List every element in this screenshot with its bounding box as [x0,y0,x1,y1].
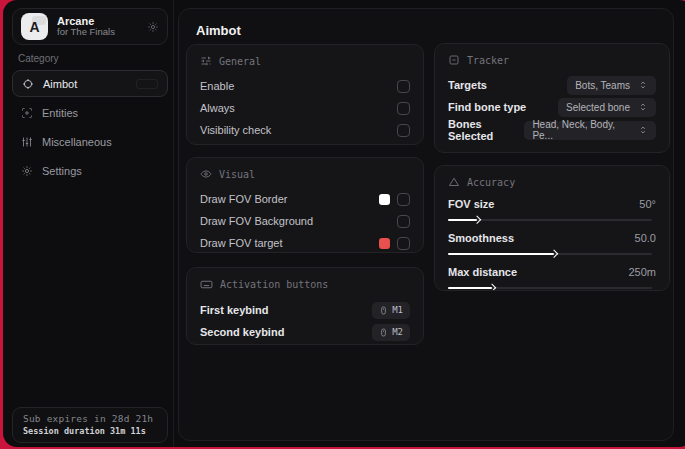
app-root: A Arcane for The Finals Category Aimbot [0,0,685,449]
slider-handle[interactable] [473,216,481,224]
slider-handle[interactable] [550,250,558,258]
sidebar-item-label: Entities [42,107,78,119]
first-keybind-value: M1 [392,305,403,315]
chevrons-up-down-icon [638,80,648,90]
general-card-title: General [219,56,261,67]
smoothness-value: 50.0 [635,232,656,244]
draw-fov-target-label: Draw FOV target [200,237,283,249]
draw-fov-target-row: Draw FOV target [200,232,410,253]
second-keybind-value: M2 [392,327,403,337]
sidebar-item-aimbot[interactable]: Aimbot [12,70,168,97]
sub-expiry-text: Sub expires in 28d 21h [23,413,157,424]
find-bone-type-select[interactable]: Selected bone [558,98,656,117]
slider-handle[interactable] [487,284,495,291]
general-card: General Enable Always Visibility check [186,44,424,145]
aimbot-hotkey-ghost [136,79,158,89]
tracker-card-header: Tracker [448,54,656,66]
gear-icon[interactable] [147,21,159,33]
targets-select[interactable]: Bots, Teams [567,76,656,95]
subscription-card: Sub expires in 28d 21h Session duration … [12,407,168,443]
logo-letter: A [29,19,39,35]
first-keybind-label: First keybind [200,304,268,316]
logo-card: A Arcane for The Finals [12,8,168,45]
fov-border-color-swatch[interactable] [379,194,390,205]
second-keybind-button[interactable]: M2 [372,324,410,341]
enable-row: Enable [200,75,410,97]
first-keybind-button[interactable]: M1 [372,302,410,319]
fov-size-value: 50° [639,198,656,210]
max-distance-label: Max distance [448,266,517,278]
max-distance-slider[interactable] [448,282,656,291]
sidebar-item-entities[interactable]: Entities [12,99,168,126]
chevrons-up-down-icon [638,125,648,135]
fov-size-row: FOV size 50° [448,196,656,226]
targets-label: Targets [448,79,487,91]
session-duration-text: Session duration 31m 11s [23,426,157,436]
always-checkbox[interactable] [397,102,410,115]
bones-selected-label: Bones Selected [448,118,524,142]
visual-card: Visual Draw FOV Border Draw FOV Backgrou… [186,157,424,253]
targets-row: Targets Bots, Teams [448,74,656,96]
draw-fov-border-label: Draw FOV Border [200,193,287,205]
sliders-horizontal-icon [200,55,212,67]
visibility-check-checkbox[interactable] [397,124,410,137]
eye-icon [200,168,212,180]
accuracy-card-title: Accuracy [467,177,515,188]
square-minus-icon [448,54,460,66]
smoothness-slider[interactable] [448,248,656,260]
targets-value: Bots, Teams [575,80,630,91]
page-title: Aimbot [196,23,241,38]
find-bone-type-row: Find bone type Selected bone [448,96,656,118]
draw-fov-border-row: Draw FOV Border [200,188,410,210]
bones-selected-select[interactable]: Head, Neck, Body, Pe... [524,121,656,140]
find-bone-type-value: Selected bone [566,102,630,113]
activation-card-header: Activation buttons [200,278,410,291]
activation-card: Activation buttons First keybind M1 Seco… [186,267,424,345]
enable-checkbox[interactable] [397,80,410,93]
draw-fov-target-checkbox[interactable] [397,237,410,250]
bones-selected-row: Bones Selected Head, Neck, Body, Pe... [448,118,656,142]
sidebar-item-settings[interactable]: Settings [12,157,168,184]
max-distance-value: 250m [628,266,656,278]
keyboard-icon [200,278,213,291]
slider-fill [448,219,477,221]
visual-card-header: Visual [200,168,410,180]
app-logo: A [21,13,48,40]
draw-fov-background-checkbox[interactable] [397,215,410,228]
draw-fov-background-label: Draw FOV Background [200,215,313,227]
sidebar-item-label: Aimbot [43,78,77,90]
tracker-card-title: Tracker [467,55,509,66]
tracker-card: Tracker Targets Bots, Teams Find bone ty… [434,43,670,153]
visibility-check-row: Visibility check [200,119,410,141]
activation-card-title: Activation buttons [220,279,328,290]
smoothness-label: Smoothness [448,232,514,244]
fov-target-color-swatch[interactable] [379,238,390,249]
sidebar: A Arcane for The Finals Category Aimbot [3,0,174,447]
smoothness-row: Smoothness 50.0 [448,230,656,260]
second-keybind-row: Second keybind M2 [200,321,410,343]
sliders-vertical-icon [21,136,33,148]
max-distance-row: Max distance 250m [448,264,656,291]
find-bone-type-label: Find bone type [448,101,526,113]
logo-text: Arcane for The Finals [57,15,147,39]
slider-fill [448,287,492,289]
gear-icon [21,165,33,177]
crosshair-icon [22,78,34,90]
app-subtitle: for The Finals [57,27,147,38]
accuracy-card: Accuracy FOV size 50° Smoothness 50.0 [434,165,670,291]
mouse-icon [379,328,388,337]
slider-fill [448,253,554,255]
chevrons-up-down-icon [638,102,648,112]
category-label: Category [18,53,59,64]
fov-size-slider[interactable] [448,214,656,226]
bones-selected-value: Head, Neck, Body, Pe... [532,119,630,141]
draw-fov-border-checkbox[interactable] [397,193,410,206]
general-card-header: General [200,55,410,67]
visibility-check-label: Visibility check [200,124,271,136]
triangle-icon [448,176,460,188]
sidebar-item-miscellaneous[interactable]: Miscellaneous [12,128,168,155]
visual-card-title: Visual [219,169,255,180]
first-keybind-row: First keybind M1 [200,299,410,321]
enable-label: Enable [200,80,234,92]
sidebar-item-label: Miscellaneous [42,136,112,148]
